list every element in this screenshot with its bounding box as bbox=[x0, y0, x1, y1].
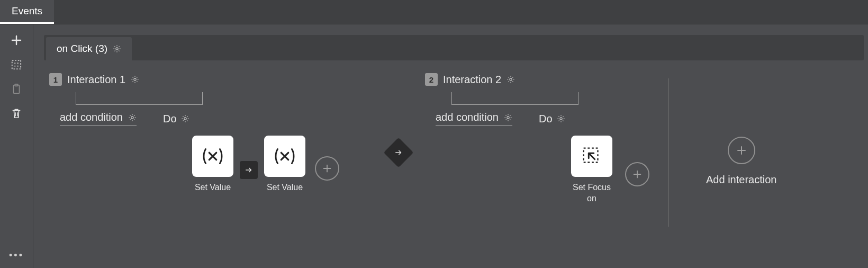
clipboard-icon[interactable] bbox=[9, 82, 24, 96]
tab-events-label: Events bbox=[12, 5, 42, 17]
action-label: Set Focus on bbox=[568, 182, 616, 204]
add-condition-button[interactable]: add condition bbox=[60, 111, 137, 126]
do-label: Do bbox=[539, 113, 565, 125]
plus-icon bbox=[728, 137, 755, 164]
add-action-button[interactable] bbox=[315, 156, 339, 181]
do-label: Do bbox=[163, 113, 189, 125]
gear-icon[interactable] bbox=[131, 75, 139, 84]
topbar: Events bbox=[0, 0, 868, 24]
interaction-index-badge: 2 bbox=[425, 73, 438, 86]
svg-rect-0 bbox=[12, 60, 21, 69]
add-interaction-label: Add interaction bbox=[706, 174, 776, 186]
event-tab-onclick[interactable]: on Click (3) bbox=[46, 37, 132, 60]
variable-icon[interactable] bbox=[192, 136, 233, 177]
sidebar: ••• bbox=[0, 24, 33, 268]
svg-point-2 bbox=[17, 62, 19, 64]
canvas: on Click (3) 1 Interaction 1 bbox=[33, 24, 868, 268]
svg-point-9 bbox=[131, 116, 133, 118]
tab-events[interactable]: Events bbox=[0, 0, 54, 24]
add-icon[interactable] bbox=[9, 33, 24, 48]
svg-point-4 bbox=[17, 66, 19, 67]
event-tab-label: on Click (3) bbox=[57, 43, 107, 55]
svg-point-11 bbox=[510, 78, 512, 81]
action-label: Set Value bbox=[195, 182, 231, 193]
select-rect-icon[interactable] bbox=[9, 57, 24, 72]
add-interaction-button[interactable]: Add interaction bbox=[706, 137, 776, 186]
svg-point-10 bbox=[184, 118, 186, 120]
action-set-value[interactable]: Set Value bbox=[264, 136, 305, 193]
interaction-2: 2 Interaction 2 add condition bbox=[425, 73, 653, 204]
gear-icon[interactable] bbox=[507, 75, 515, 84]
interaction-name: Interaction 2 bbox=[443, 74, 501, 86]
interaction-index-badge: 1 bbox=[49, 73, 62, 86]
arrow-right-icon bbox=[240, 161, 258, 179]
action-set-value[interactable]: Set Value bbox=[192, 136, 233, 193]
add-condition-button[interactable]: add condition bbox=[436, 111, 512, 126]
svg-point-7 bbox=[116, 48, 118, 50]
svg-point-1 bbox=[14, 62, 15, 64]
gear-icon[interactable] bbox=[181, 114, 189, 123]
svg-point-8 bbox=[134, 78, 136, 81]
arrow-right-icon bbox=[394, 148, 403, 157]
interaction-1: 1 Interaction 1 add condition bbox=[49, 73, 372, 193]
vertical-separator bbox=[668, 78, 669, 227]
gear-icon[interactable] bbox=[113, 44, 121, 53]
variable-icon[interactable] bbox=[264, 136, 305, 177]
svg-point-3 bbox=[14, 66, 15, 67]
add-action-button[interactable] bbox=[625, 162, 649, 186]
svg-point-12 bbox=[507, 116, 509, 118]
action-label: Set Value bbox=[267, 182, 303, 193]
focus-icon[interactable] bbox=[571, 136, 612, 177]
interaction-header[interactable]: 1 Interaction 1 bbox=[49, 73, 372, 86]
trash-icon[interactable] bbox=[9, 106, 24, 121]
gear-icon[interactable] bbox=[557, 114, 565, 123]
action-set-focus[interactable]: Set Focus on bbox=[568, 136, 616, 204]
interaction-name: Interaction 1 bbox=[67, 74, 125, 86]
event-bar: on Click (3) bbox=[44, 35, 864, 60]
add-condition-label: add condition bbox=[436, 111, 499, 123]
gear-icon[interactable] bbox=[128, 113, 137, 122]
connector-diamond bbox=[384, 138, 414, 168]
more-icon[interactable]: ••• bbox=[9, 253, 24, 268]
add-condition-label: add condition bbox=[60, 111, 123, 123]
interaction-header[interactable]: 2 Interaction 2 bbox=[425, 73, 653, 86]
svg-point-13 bbox=[559, 118, 562, 120]
gear-icon[interactable] bbox=[504, 113, 512, 122]
